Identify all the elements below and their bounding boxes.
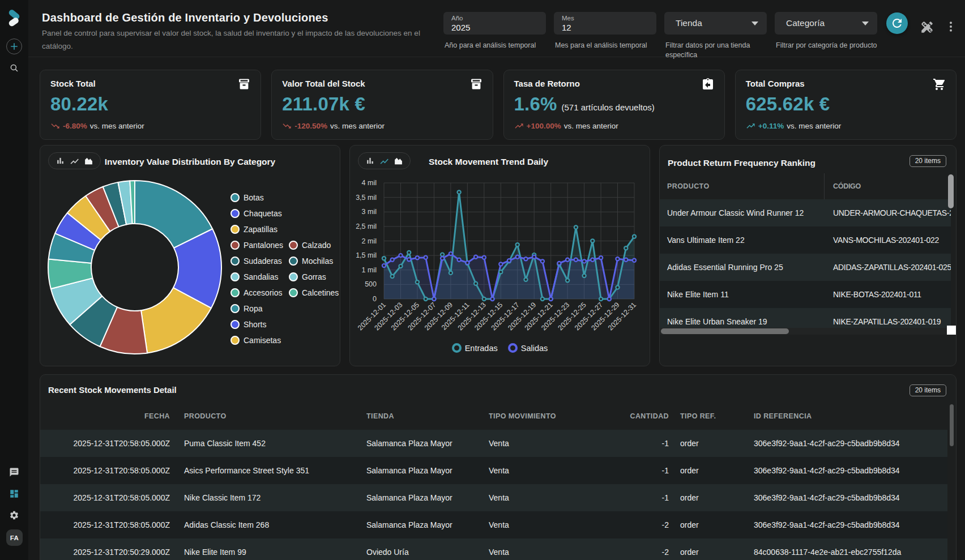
table-row[interactable]: 2025-12-31T20:58:05.000ZAsics Performanc… [40, 457, 947, 484]
column-header-cantidad[interactable]: CANTIDAD [584, 412, 669, 420]
design-services-icon [920, 20, 934, 35]
kpi-title: Stock Total [50, 79, 250, 88]
charts-row: Inventory Value Distribution By Category… [40, 145, 957, 365]
filter-bar: Año2025Año para el análisis temporalMes1… [443, 12, 958, 60]
legend-item[interactable]: Gorras [289, 269, 339, 285]
table-row[interactable]: Adidas Essential Running Pro 25ADIDAS-ZA… [660, 254, 951, 281]
vertical-scrollbar[interactable] [948, 174, 954, 208]
legend-item[interactable]: Camisetas [230, 332, 283, 348]
table-row[interactable]: Nike Elite Urban Sneaker 19NIKE-ZAPATILL… [660, 308, 951, 328]
table-row[interactable]: 2025-12-31T20:58:05.000ZAdidas Classic I… [40, 511, 947, 538]
assignment-return-icon [701, 78, 715, 91]
bar-chart-toggle[interactable] [363, 156, 377, 166]
settings-button[interactable] [9, 510, 19, 520]
legend-item[interactable]: Zapatillas [230, 221, 283, 237]
dashboard-icon [9, 489, 19, 499]
kpi-value: 1.6% [514, 93, 557, 115]
horizontal-scrollbar[interactable] [660, 328, 951, 335]
cell-tipo-movimiento: Venta [489, 466, 584, 475]
legend-label: Entradas [465, 344, 498, 353]
dashboard-button[interactable] [9, 489, 19, 499]
archive-icon [237, 78, 251, 91]
cell-id-referencia: 306e3f92-9aa1-4c2f-ac29-c5badb9b8d34 [742, 439, 947, 448]
kpi-value: 211.07k € [282, 93, 365, 115]
add-button[interactable] [6, 39, 22, 54]
legend-label: Pantalones [244, 241, 283, 250]
tienda-select[interactable]: Tienda [664, 12, 767, 35]
column-header-tipo-movimiento[interactable]: TIPO MOVIMIENTO [489, 412, 584, 420]
chat-button[interactable] [9, 467, 19, 477]
cell-tienda: Salamanca Plaza Mayor [366, 520, 489, 529]
column-header-tipo-ref[interactable]: TIPO REF. [669, 412, 742, 420]
line-chart-toggle[interactable] [377, 156, 391, 166]
line-chart-toggle[interactable] [67, 156, 82, 166]
column-header-producto[interactable]: PRODUCTO [170, 412, 366, 420]
table-row[interactable]: 2025-12-31T20:58:05.000ZPuma Classic Ite… [40, 430, 947, 457]
app-logo-icon[interactable] [7, 9, 23, 27]
legend-item[interactable]: Botas [230, 190, 283, 206]
legend-item[interactable]: Salidas [508, 343, 548, 353]
filter-helper: Año para el análisis temporal [443, 41, 546, 50]
kpi-title: Valor Total del Stock [282, 79, 482, 88]
legend-label: Camisetas [244, 336, 281, 345]
refresh-button[interactable] [886, 12, 908, 34]
cell-id-referencia: 306e3f92-9aa1-4c2f-ac29-c5badb9b8d34 [742, 466, 947, 475]
table-row[interactable]: Nike Elite Item 11NIKE-BOTAS-202401-011 [660, 281, 951, 308]
search-icon [9, 63, 19, 73]
cell-producto: Nike Elite Item 11 [660, 290, 825, 299]
avatar[interactable]: FA [6, 529, 23, 546]
cell-tipo-ref: order [669, 493, 742, 502]
legend-item[interactable]: Pantalones [230, 237, 283, 253]
legend-item[interactable]: Shorts [230, 317, 283, 332]
vertical-scrollbar[interactable] [950, 404, 954, 446]
legend-item[interactable]: Calcetines [289, 285, 339, 301]
legend-swatch-icon [230, 193, 240, 202]
legend-swatch-icon [289, 272, 298, 281]
legend-item[interactable]: Chaquetas [230, 206, 283, 221]
legend-item[interactable]: Entradas [452, 343, 498, 353]
area-chart-toggle[interactable] [391, 156, 405, 166]
chevron-down-icon [751, 22, 758, 25]
table-row[interactable]: Vans Ultimate Item 22VANS-MOCHILAS-20240… [660, 226, 951, 254]
mes-field[interactable]: Mes12 [554, 12, 656, 35]
cell-tienda: Oviedo Uría [366, 548, 489, 557]
kpi-trend-label: vs. mes anterior [90, 122, 144, 130]
column-header-id-referencia[interactable]: ID REFERENCIA [742, 412, 947, 420]
legend-item[interactable]: Calzado [289, 237, 339, 253]
cell-fecha: 2025-12-31T20:58:05.000Z [40, 466, 170, 475]
table-row[interactable]: 2025-12-31T20:50:29.000ZNike Elite Item … [40, 538, 947, 560]
column-header[interactable]: CÓDIGO [825, 173, 951, 199]
svg-text:1,5 mil: 1,5 mil [356, 251, 377, 259]
chat-icon [9, 467, 19, 477]
kpi-card: Stock Total80.22k-6.80%vs. mes anterior [40, 70, 261, 140]
ranking-table-card: Product Return Frequency Ranking20 items… [659, 145, 957, 366]
column-header-fecha[interactable]: FECHA [40, 412, 170, 420]
table-row[interactable]: Under Armour Classic Wind Runner 12UNDER… [660, 199, 951, 226]
gear-icon [9, 510, 19, 520]
legend-item[interactable]: Sudaderas [230, 253, 283, 269]
kpi-trend-label: vs. mes anterior [787, 122, 841, 130]
area-chart-toggle[interactable] [82, 156, 96, 166]
legend-item[interactable]: Mochilas [289, 253, 339, 269]
plus-icon [8, 41, 20, 52]
kpi-value-suffix: (571 artículos devueltos) [562, 102, 655, 112]
column-header[interactable]: PRODUCTO [660, 173, 825, 199]
scrollbar-corner [947, 326, 956, 335]
legend-item[interactable]: Sandalias [230, 269, 283, 285]
categoría-select[interactable]: Categoría [775, 12, 877, 35]
search-button[interactable] [9, 63, 19, 73]
table-row[interactable]: 2025-12-31T20:58:05.000ZNike Classic Ite… [40, 484, 947, 511]
select-label: Tienda [676, 18, 702, 28]
column-header-tienda[interactable]: TIENDA [366, 412, 489, 420]
año-field[interactable]: Año2025 [443, 12, 546, 35]
legend-item[interactable]: Accesorios [230, 285, 283, 301]
svg-text:3 mil: 3 mil [362, 208, 377, 216]
edit-dashboard-button[interactable] [920, 20, 934, 35]
bar-chart-toggle[interactable] [53, 156, 67, 166]
more-options-button[interactable] [944, 20, 958, 33]
kpi-trend-label: vs. mes anterior [564, 122, 618, 130]
sidebar: FA [0, 0, 28, 560]
cell-producto: Puma Classic Item 452 [170, 439, 366, 448]
legend-swatch-icon [289, 288, 298, 297]
legend-item[interactable]: Ropa [230, 301, 283, 317]
